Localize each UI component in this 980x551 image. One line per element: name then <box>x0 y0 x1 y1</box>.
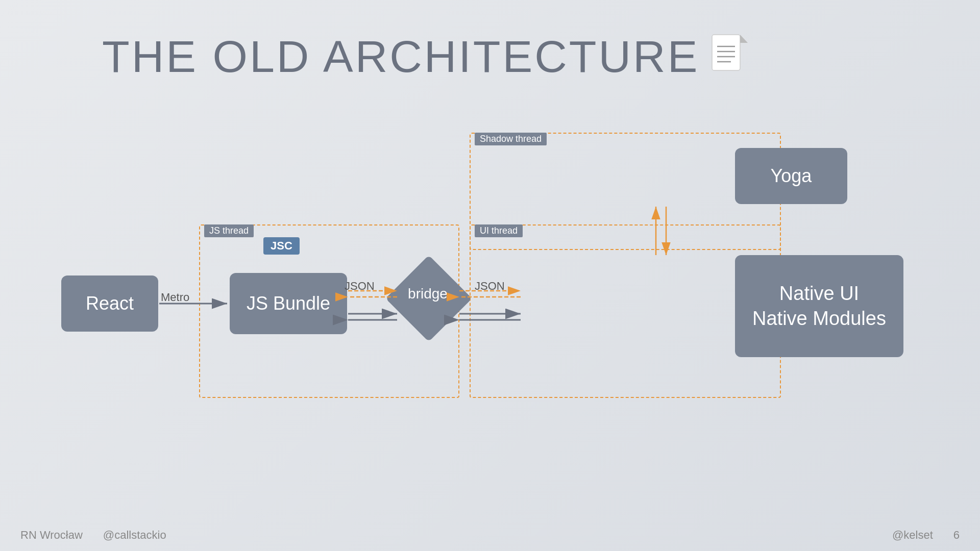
metro-label: Metro <box>161 291 189 304</box>
json-right-label: JSON <box>475 280 505 293</box>
slide-title: THE OLD ARCHITECTURE <box>102 31 699 83</box>
svg-marker-1 <box>740 35 748 43</box>
jsbundle-box: JS Bundle <box>230 273 347 334</box>
diagram-area: Shadow thread JS thread UI thread JSC Re… <box>31 117 949 510</box>
native-box: Native UINative Modules <box>735 255 903 357</box>
shadow-thread-label: Shadow thread <box>475 133 547 145</box>
footer-left: RN Wrocław @callstackio <box>20 529 166 542</box>
jsc-label: JSC <box>263 237 300 255</box>
js-thread-label: JS thread <box>204 224 254 237</box>
title-area: THE OLD ARCHITECTURE <box>102 31 750 83</box>
handle1-label: @callstackio <box>103 529 166 542</box>
json-left-label: JSON <box>345 280 375 293</box>
footer: RN Wrocław @callstackio @kelset 6 <box>0 529 980 542</box>
event-label: RN Wrocław <box>20 529 83 542</box>
react-box: React <box>61 276 158 332</box>
yoga-box: Yoga <box>735 148 847 204</box>
footer-right: @kelset 6 <box>892 529 960 542</box>
ui-thread-label: UI thread <box>475 224 523 237</box>
ui-thread-container: UI thread <box>470 224 781 398</box>
svg-rect-0 <box>712 35 740 70</box>
handle2-label: @kelset <box>892 529 933 542</box>
doc-icon <box>709 34 750 80</box>
slide-number: 6 <box>953 529 960 542</box>
